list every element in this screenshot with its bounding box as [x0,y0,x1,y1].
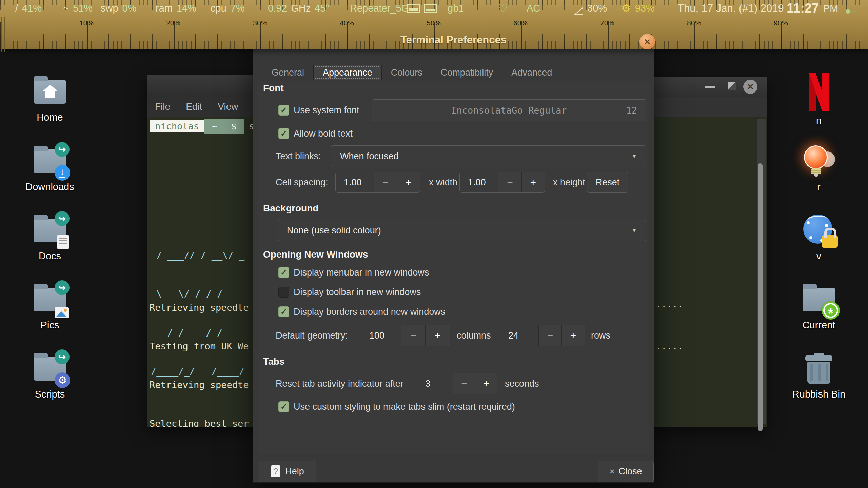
increment-button[interactable]: + [397,172,420,192]
decrement-button[interactable]: − [374,172,397,192]
heart-indicator[interactable]: ♡ [498,0,508,17]
prompt-line: nicholas~$s [150,119,254,134]
menu-view[interactable]: View [218,101,238,112]
menu-file[interactable]: File [155,101,170,112]
decrement-button[interactable]: − [498,172,521,192]
label-display-toolbar: Display toolbar in new windows [294,287,421,298]
label-columns: columns [457,330,491,341]
ruler-label: 60% [513,19,528,27]
cell-height-spinner: − + [459,172,545,193]
wifi-ssid-indicator[interactable]: Repeater_5G [350,0,409,17]
menu-edit[interactable]: Edit [186,101,202,112]
label-seconds: seconds [505,379,539,389]
scrollbar[interactable] [757,119,766,424]
cell-height-input[interactable] [460,172,498,192]
clock-date[interactable]: Thu, 17 Jan. (#1) 2019 [677,0,784,17]
desktop-icon-home[interactable]: Home [16,75,84,123]
tab-compatibility[interactable]: Compatibility [432,65,502,80]
ruler-label: 90% [774,19,788,27]
desktop-icon-redshift[interactable]: r [785,145,853,192]
icon-label: r [785,181,853,192]
vpn-indicator[interactable]: gb1 [448,0,464,17]
columns-input[interactable] [361,325,401,346]
label-x-width: x width [429,177,457,188]
trash-icon [805,355,832,361]
cell-width-input[interactable] [336,172,374,192]
ram-indicator[interactable]: ram14% [156,0,196,17]
battery-meter-icons[interactable] [407,0,437,17]
ruler-label: 80% [687,19,701,27]
dialog-title: Terminal Preferences [253,34,654,46]
dialog-close-icon[interactable]: × [639,34,655,49]
ruler-label: 40% [340,19,354,27]
home-usage-indicator[interactable]: ~51% [63,0,93,17]
rows-input[interactable] [500,325,538,346]
label-display-menubar: Display menubar in new windows [294,267,429,278]
increment-button[interactable]: + [425,325,450,346]
section-heading-background: Background [263,203,318,214]
font-chooser-button[interactable]: InconsolataGo Regular 12 [372,99,646,121]
temperature-indicator[interactable]: 45° [315,0,330,17]
battery-percent-indicator[interactable]: ⚙ 93% [621,0,655,17]
desktop-icon-current[interactable]: * Current [785,283,853,331]
decrement-button[interactable]: − [453,373,475,394]
minimize-icon[interactable] [705,86,715,88]
desktop-icon-pics[interactable]: ↪ Pics [16,283,84,331]
cpu-indicator[interactable]: cpu7% [211,0,245,17]
checkbox-slim-tabs[interactable]: ✓ [278,401,289,412]
reset-button[interactable]: Reset [587,172,628,193]
eject-indicator[interactable] [846,0,850,17]
tab-advanced[interactable]: Advanced [502,65,561,80]
label-use-system-font: Use system font [294,105,359,116]
tab-colours[interactable]: Colours [382,65,432,80]
maximize-icon[interactable] [728,82,736,90]
checkbox-display-borders[interactable]: ✓ [278,306,289,317]
prompt-user: nicholas [150,120,204,132]
shortcut-emblem-icon: ↪ [55,142,70,157]
decrement-button[interactable]: − [538,325,561,346]
increment-button[interactable]: + [521,172,545,192]
checkbox-use-system-font[interactable]: ✓ [278,105,289,116]
cpu-freq-indicator[interactable]: 0.92GHz [268,0,311,17]
label-rows: rows [591,330,610,341]
gear-icon: ⚙ [621,0,631,17]
tab-appearance[interactable]: Appearance [313,65,382,80]
checkbox-display-toolbar[interactable] [278,287,289,298]
tab-general[interactable]: General [262,65,313,80]
photo-emblem-icon [55,307,69,318]
output-line: Retrieving speedte [150,301,256,314]
text-blinks-dropdown[interactable]: When focused ▼ [331,145,646,167]
ruler-label: 10% [79,19,94,27]
checkbox-display-menubar[interactable]: ✓ [278,267,289,278]
close-icon[interactable]: × [743,80,757,94]
battery-icon [407,4,420,13]
help-button[interactable]: ? Help [259,461,316,482]
desktop-icon-scripts[interactable]: ↪ ⚙ Scripts [16,352,84,400]
reset-indicator-spinner: − + [417,373,497,394]
output-line: Testing from UK We [150,340,256,353]
checkbox-allow-bold[interactable]: ✓ [278,128,289,139]
desktop-icon-netflix[interactable]: n [785,73,853,126]
power-source-indicator[interactable]: AC [527,0,540,17]
label-reset-indicator: Reset tab activity indicator after [276,379,403,389]
increment-button[interactable]: + [561,325,585,346]
ruler-grip[interactable] [1,17,6,52]
background-dropdown[interactable]: None (use solid colour) ▼ [278,220,646,241]
disk-usage-indicator[interactable]: /41% [15,0,42,17]
close-button[interactable]: × Close [598,461,654,482]
decrement-button[interactable]: − [401,325,426,346]
desktop-icon-downloads[interactable]: ↪ ↓ Downloads [16,145,84,192]
lightbulb-icon [804,145,828,169]
scrollbar-thumb[interactable] [758,163,763,431]
clock-time[interactable]: 11:27PM [787,0,838,17]
section-heading-tabs: Tabs [263,356,284,367]
desktop-icon-docs[interactable]: ↪ Docs [16,214,84,262]
desktop-icon-vpn[interactable]: v [785,214,853,262]
increment-button[interactable]: + [475,373,497,394]
icon-label: Pics [16,320,84,331]
signal-indicator[interactable]: 30% [574,0,607,17]
reset-indicator-input[interactable] [417,373,453,394]
desktop-icon-rubbish-bin[interactable]: Rubbish Bin [785,352,853,400]
swap-indicator[interactable]: swp0% [101,0,137,17]
battery-icon [424,4,437,13]
